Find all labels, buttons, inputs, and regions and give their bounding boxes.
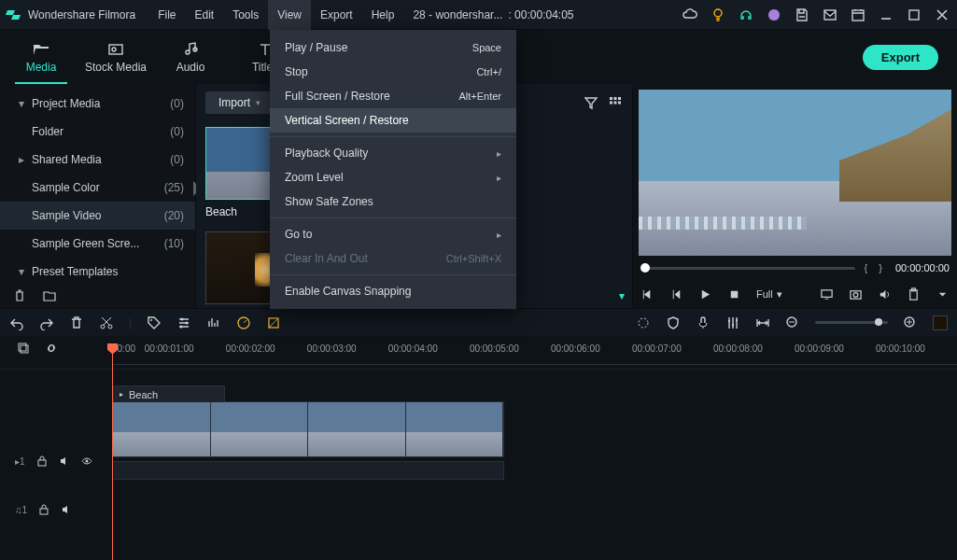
expand-down-icon[interactable]: ▾ (619, 289, 625, 302)
trash-icon[interactable] (13, 289, 26, 302)
volume-icon[interactable] (878, 287, 892, 301)
preview-video[interactable] (639, 90, 951, 256)
preview-scrub[interactable] (640, 267, 855, 270)
maximize-icon[interactable] (907, 7, 922, 22)
dd-play[interactable]: Play / PauseSpace (270, 35, 516, 60)
link-icon[interactable] (45, 342, 58, 355)
target-icon[interactable] (636, 315, 651, 330)
mark-out[interactable]: } (879, 262, 882, 273)
fit-dropdown[interactable]: Full▾ (756, 288, 782, 301)
minimize-icon[interactable] (879, 7, 894, 22)
tree-sample-video[interactable]: Sample Video (20) (0, 202, 195, 230)
menu-help[interactable]: Help (362, 0, 404, 30)
settings-caret-icon[interactable] (936, 287, 950, 301)
tree-sample-color[interactable]: Sample Color (25) (0, 174, 195, 202)
dd-fullscreen[interactable]: Full Screen / RestoreAlt+Enter (270, 84, 516, 108)
undo-icon[interactable] (9, 315, 24, 330)
tree-sample-green[interactable]: Sample Green Scre... (10) (0, 230, 195, 258)
play-icon[interactable] (698, 287, 712, 301)
eye-icon[interactable] (81, 455, 92, 467)
import-button[interactable]: Import ▾ (205, 91, 274, 114)
mic-icon[interactable] (696, 315, 711, 330)
cut-icon[interactable] (99, 315, 114, 330)
filter-icon[interactable] (584, 95, 598, 110)
speaker-icon[interactable] (59, 455, 70, 467)
dd-playback-quality[interactable]: Playback Quality▸ (270, 141, 516, 165)
mark-in[interactable]: { (865, 262, 868, 273)
tree-project-media[interactable]: ▾ Project Media (0) (0, 90, 195, 118)
scrub-knob-icon[interactable] (640, 263, 650, 273)
menu-file[interactable]: File (148, 0, 185, 30)
zoom-in-icon[interactable] (903, 315, 918, 330)
svg-rect-29 (19, 343, 26, 351)
menu-export[interactable]: Export (311, 0, 362, 30)
zoom-slider[interactable] (815, 321, 888, 324)
audio-track-head[interactable]: ♫1 (0, 498, 112, 521)
step-back-icon[interactable] (669, 287, 683, 301)
ai-orb-icon[interactable] (767, 7, 781, 22)
speed-icon[interactable] (236, 315, 251, 330)
tab-audio[interactable]: Audio (153, 30, 228, 84)
menu-tools[interactable]: Tools (223, 0, 268, 30)
playhead[interactable] (112, 343, 113, 561)
idea-icon[interactable] (711, 7, 725, 22)
menu-view[interactable]: View (268, 0, 311, 30)
display-icon[interactable] (820, 287, 834, 301)
svg-rect-4 (852, 10, 864, 21)
time-ruler[interactable]: 00:00 00:00:01:00 00:00:02:00 00:00:03:0… (0, 336, 957, 360)
tree-folder[interactable]: Folder (0) (0, 118, 195, 146)
zoom-out-icon[interactable] (785, 315, 800, 330)
dd-stop[interactable]: StopCtrl+/ (270, 60, 516, 84)
speaker-icon[interactable] (61, 504, 72, 515)
tab-audio-label: Audio (176, 61, 205, 74)
fit-width-icon[interactable] (755, 315, 770, 330)
dd-vertical[interactable]: Vertical Screen / Restore (270, 108, 516, 133)
svg-rect-30 (21, 345, 28, 353)
svg-point-11 (853, 292, 858, 297)
video-clip[interactable]: ▸ Beach (112, 401, 504, 457)
tick-area[interactable]: 00:00 00:00:01:00 00:00:02:00 00:00:03:0… (112, 343, 957, 354)
close-icon[interactable] (935, 7, 950, 22)
preview-panel: { } 00:00:00:00 Full▾ (632, 84, 957, 308)
dd-zoom-level[interactable]: Zoom Level▸ (270, 165, 516, 189)
mail-icon[interactable] (823, 7, 837, 22)
tab-media[interactable]: Media (4, 30, 78, 84)
lock-icon[interactable] (38, 504, 49, 515)
audio-clip[interactable] (112, 461, 504, 480)
tree-shared-media[interactable]: ▸ Shared Media (0) (0, 146, 195, 174)
menu-edit[interactable]: Edit (186, 0, 224, 30)
clipboard-icon[interactable] (907, 287, 921, 301)
color-icon[interactable] (266, 315, 281, 330)
video-track-head[interactable]: ▸1 (0, 433, 112, 489)
delete-icon[interactable] (69, 315, 84, 330)
grid-view-icon[interactable] (608, 95, 623, 110)
sliders-icon[interactable] (176, 315, 191, 330)
redo-icon[interactable] (39, 315, 54, 330)
layers-icon[interactable] (17, 342, 30, 355)
export-button[interactable]: Export (863, 45, 938, 70)
lock-icon[interactable] (36, 455, 48, 467)
dd-canvas-snap[interactable]: Enable Canvas Snapping (270, 279, 516, 303)
prev-frame-icon[interactable] (640, 287, 654, 301)
dd-goto[interactable]: Go to▸ (270, 222, 516, 246)
tab-stock[interactable]: Stock Media (78, 30, 153, 84)
clip-header[interactable]: ▸ Beach (113, 385, 225, 402)
headset-icon[interactable] (739, 7, 753, 22)
tree-preset-templates[interactable]: ▾ Preset Templates (0, 258, 195, 286)
svg-point-18 (186, 321, 189, 324)
new-folder-icon[interactable] (43, 289, 56, 302)
tag-icon[interactable] (147, 315, 162, 330)
zoom-knob-icon[interactable] (875, 318, 882, 326)
preview-graphic-cliff (839, 99, 951, 202)
cloud-icon[interactable] (683, 7, 697, 22)
equalize-icon[interactable] (206, 315, 221, 330)
mixer-icon[interactable] (725, 315, 740, 330)
timeline-toolbar: | (0, 308, 957, 336)
save-icon[interactable] (795, 7, 809, 22)
snapshot-icon[interactable] (849, 287, 863, 301)
stop-icon[interactable] (727, 287, 741, 301)
dd-safe-zones[interactable]: Show Safe Zones (270, 189, 516, 214)
calendar-icon[interactable] (851, 7, 866, 22)
shield-icon[interactable] (666, 315, 681, 330)
svg-point-32 (85, 460, 88, 463)
